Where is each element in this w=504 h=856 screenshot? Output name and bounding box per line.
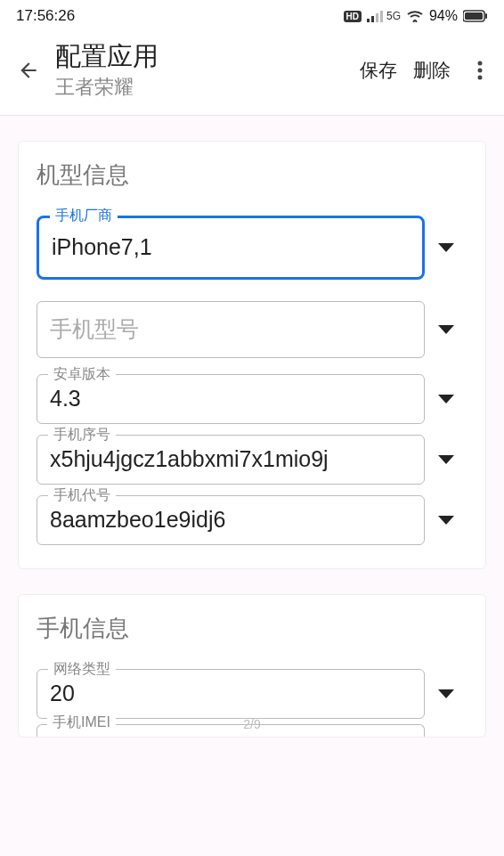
svg-rect-1 [371, 16, 374, 22]
page-subtitle: 王者荣耀 [55, 74, 360, 101]
delete-button[interactable]: 删除 [413, 58, 451, 83]
content: 机型信息 手机厂商 iPhone7,1 手机型号 安卓版本 4.3 [0, 116, 504, 738]
android-dropdown[interactable] [425, 395, 467, 404]
serial-value: x5hju4jgcz1abbxmi7x1mio9j [50, 446, 411, 472]
model-input[interactable]: 手机型号 [37, 301, 425, 358]
status-time: 17:56:26 [16, 7, 75, 25]
imei-label: 手机IMEI [47, 713, 116, 732]
header-titles: 配置应用 王者荣耀 [46, 41, 360, 101]
back-button[interactable] [11, 53, 46, 88]
network-value: 20 [50, 681, 411, 706]
battery-percent: 94% [429, 8, 458, 24]
model-placeholder: 手机型号 [50, 314, 139, 344]
field-row-android: 安卓版本 4.3 [37, 374, 467, 424]
field-row-serial: 手机序号 x5hju4jgcz1abbxmi7x1mio9j [37, 435, 467, 485]
app-header: 配置应用 王者荣耀 保存 删除 [0, 29, 504, 116]
codename-dropdown[interactable] [425, 516, 467, 525]
serial-label: 手机序号 [48, 426, 116, 444]
section-phone-info: 手机信息 网络类型 20 手机IMEI 2/9 [18, 594, 486, 738]
svg-rect-3 [380, 11, 383, 22]
chevron-down-icon [438, 395, 454, 404]
chevron-down-icon [438, 243, 454, 252]
chevron-down-icon [438, 325, 454, 334]
vendor-input[interactable]: 手机厂商 iPhone7,1 [37, 216, 425, 280]
network-dropdown[interactable] [425, 689, 467, 698]
more-vert-icon [477, 60, 483, 81]
page-title: 配置应用 [55, 41, 360, 72]
hd-icon: HD [344, 11, 362, 22]
codename-value: 8aamzbeo1e9idj6 [50, 507, 411, 533]
save-button[interactable]: 保存 [360, 58, 397, 83]
vendor-dropdown[interactable] [425, 243, 467, 252]
section-title: 手机信息 [37, 613, 467, 644]
svg-point-7 [478, 61, 483, 66]
chevron-down-icon [438, 689, 454, 698]
codename-input[interactable]: 手机代号 8aamzbeo1e9idj6 [37, 495, 425, 545]
field-row-vendor: 手机厂商 iPhone7,1 [37, 216, 467, 280]
serial-input[interactable]: 手机序号 x5hju4jgcz1abbxmi7x1mio9j [37, 435, 425, 485]
wifi-icon [406, 10, 424, 22]
serial-dropdown[interactable] [425, 455, 467, 464]
svg-rect-2 [376, 13, 378, 22]
chevron-down-icon [438, 455, 454, 464]
field-row-network: 网络类型 20 [37, 669, 467, 719]
page-indicator: 2/9 [243, 717, 260, 731]
field-row-model: 手机型号 [37, 301, 467, 358]
svg-rect-0 [367, 19, 370, 22]
chevron-down-icon [438, 516, 454, 525]
status-right: HD 5G 94% [344, 8, 489, 24]
signal-icon [367, 10, 385, 22]
svg-rect-5 [465, 12, 483, 20]
svg-rect-6 [485, 13, 487, 19]
vendor-label: 手机厂商 [50, 207, 118, 225]
network-label: 网络类型 [48, 660, 116, 679]
network-label: 5G [386, 10, 401, 22]
svg-point-8 [478, 69, 483, 73]
arrow-left-icon [17, 59, 40, 82]
codename-label: 手机代号 [48, 486, 116, 505]
field-row-codename: 手机代号 8aamzbeo1e9idj6 [37, 495, 467, 545]
vendor-value: iPhone7,1 [52, 234, 410, 260]
android-value: 4.3 [50, 386, 411, 412]
android-input[interactable]: 安卓版本 4.3 [37, 374, 425, 424]
battery-icon [463, 10, 488, 22]
network-input[interactable]: 网络类型 20 [37, 669, 425, 719]
more-button[interactable] [467, 53, 493, 88]
section-title: 机型信息 [37, 159, 467, 191]
model-dropdown[interactable] [425, 325, 467, 334]
header-actions: 保存 删除 [360, 53, 493, 88]
section-device-model: 机型信息 手机厂商 iPhone7,1 手机型号 安卓版本 4.3 [18, 141, 486, 569]
status-bar: 17:56:26 HD 5G 94% [0, 0, 504, 29]
android-label: 安卓版本 [48, 365, 116, 384]
svg-point-9 [478, 76, 483, 80]
